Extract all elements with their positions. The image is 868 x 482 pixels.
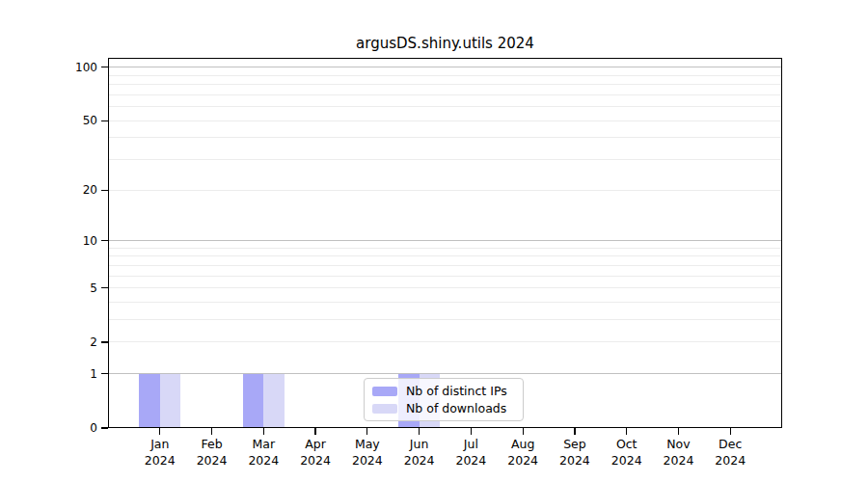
legend-swatch-downloads <box>372 404 397 414</box>
x-tick-mark-aug <box>523 428 524 435</box>
legend-item-downloads: Nb of downloads <box>372 401 515 415</box>
x-tick-year-dec: 2024 <box>696 452 764 469</box>
x-tick-mark-may <box>366 428 367 435</box>
x-tick-mark-jan <box>159 428 160 435</box>
x-tick-mark-oct <box>626 428 627 435</box>
legend: Nb of distinct IPs Nb of downloads <box>364 378 524 421</box>
x-tick-mark-jun <box>419 428 420 435</box>
x-tick-mark-nov <box>678 428 679 435</box>
figure: argusDS.shiny.utils 2024 0125102050100 J… <box>0 0 868 482</box>
legend-item-distinct-ips: Nb of distinct IPs <box>372 384 515 398</box>
legend-label-distinct-ips: Nb of distinct IPs <box>406 384 507 398</box>
x-tick-mark-dec <box>730 428 731 435</box>
legend-swatch-distinct-ips <box>372 387 397 396</box>
legend-label-downloads: Nb of downloads <box>406 401 506 415</box>
x-tick-mark-apr <box>314 428 315 435</box>
x-tick-label-dec: Dec2024 <box>696 436 764 469</box>
x-tick-mark-feb <box>211 428 212 435</box>
x-tick-mark-jul <box>471 428 472 435</box>
x-tick-mark-sep <box>574 428 575 435</box>
x-tick-mark-mar <box>263 428 264 435</box>
